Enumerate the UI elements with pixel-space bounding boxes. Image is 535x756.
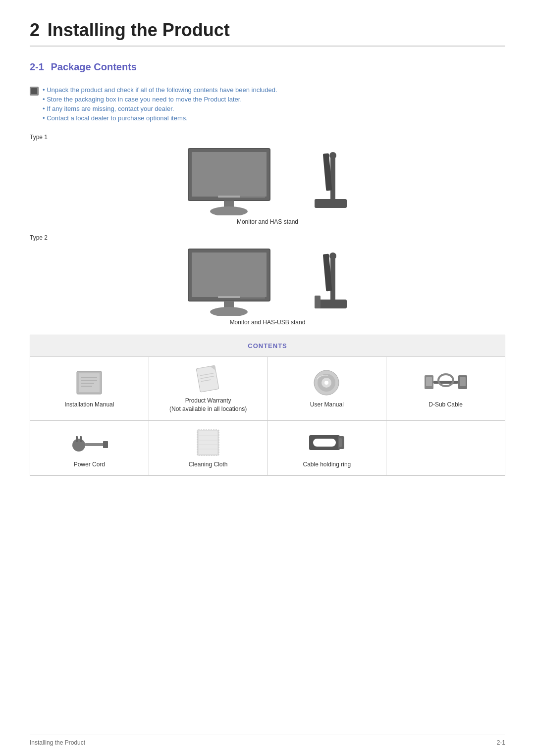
svg-rect-12 <box>218 296 240 298</box>
monitor-front-svg <box>181 146 275 215</box>
footer-right: 2-1 <box>497 739 505 746</box>
installation-manual-image <box>34 368 145 398</box>
svg-rect-18 <box>330 255 335 301</box>
page-footer: Installing the Product 2-1 <box>30 735 505 746</box>
note-sub1: Store the packaging box in case you need… <box>43 96 277 103</box>
product-warranty-label: Product Warranty (Not available in all l… <box>153 397 264 413</box>
svg-rect-54 <box>313 439 336 447</box>
svg-point-20 <box>329 252 336 259</box>
dsub-cable-cell: D-Sub Cable <box>386 357 505 421</box>
dsub-cable-icon <box>424 370 468 395</box>
cleaning-cloth-label: Cleaning Cloth <box>153 460 264 469</box>
contents-header: CONTENTS <box>30 335 505 357</box>
contents-images-row1: Installation Manual <box>30 357 505 421</box>
contents-table: CONTENTS <box>30 335 505 476</box>
chapter-title-section: 2 Installing the Product <box>30 20 505 47</box>
section-title-row: 2-1 Package Contents <box>30 61 505 76</box>
svg-rect-7 <box>330 154 335 200</box>
chapter-number: 2 <box>30 20 40 40</box>
svg-point-15 <box>210 307 248 316</box>
svg-rect-11 <box>192 252 267 297</box>
cable-ring-image <box>272 428 382 457</box>
cable-ring-cell: Cable holding ring <box>268 420 386 476</box>
svg-rect-46 <box>103 441 108 448</box>
note-main: Unpack the product and check if all of t… <box>43 86 277 94</box>
svg-rect-43 <box>76 436 78 442</box>
power-cord-cell: Power Cord <box>30 420 149 476</box>
svg-point-5 <box>210 206 248 215</box>
type1-monitor-row <box>30 145 505 215</box>
type1-stand-side <box>305 145 354 215</box>
product-warranty-cell: Product Warranty (Not available in all l… <box>149 357 268 421</box>
svg-rect-6 <box>315 199 347 208</box>
note-sub2: If any items are missing, contact your d… <box>43 105 277 112</box>
note-icon <box>30 87 39 96</box>
power-cord-label: Power Cord <box>34 460 145 469</box>
product-warranty-icon <box>196 365 220 393</box>
user-manual-image <box>272 368 382 398</box>
svg-rect-2 <box>218 196 240 198</box>
user-manual-cell: User Manual <box>268 357 386 421</box>
svg-rect-22 <box>79 373 100 392</box>
svg-rect-56 <box>339 438 342 447</box>
installation-manual-cell: Installation Manual <box>30 357 149 421</box>
footer-left: Installing the Product <box>30 739 85 746</box>
svg-rect-1 <box>192 152 267 197</box>
empty-image <box>390 432 501 461</box>
notes-block: Unpack the product and check if all of t… <box>30 86 505 124</box>
installation-manual-icon <box>74 370 104 395</box>
user-manual-label: User Manual <box>272 401 382 409</box>
section-number: 2-1 <box>30 61 44 72</box>
svg-rect-48 <box>199 431 217 454</box>
contents-images-row2: Power Cord <box>30 420 505 476</box>
svg-point-9 <box>329 152 336 159</box>
cleaning-cloth-cell: Cleaning Cloth <box>149 420 268 476</box>
note-sub3: Contact a local dealer to purchase optio… <box>43 114 277 122</box>
svg-rect-41 <box>460 377 466 386</box>
svg-rect-44 <box>80 436 82 442</box>
power-cord-icon <box>71 431 108 454</box>
type1-label: Type 1 <box>30 134 505 141</box>
section-title: Package Contents <box>51 61 137 72</box>
user-manual-icon <box>313 369 340 397</box>
svg-point-39 <box>438 374 453 386</box>
dsub-cable-image <box>390 368 501 398</box>
cleaning-cloth-image <box>153 428 264 457</box>
monitor2-front-svg <box>181 247 275 316</box>
svg-rect-38 <box>433 381 458 384</box>
type2-monitor-row <box>30 245 505 316</box>
power-cord-image <box>34 428 145 457</box>
stand-side-svg <box>305 145 354 214</box>
cable-ring-label: Cable holding ring <box>272 460 382 469</box>
product-warranty-image <box>153 364 264 394</box>
type2-monitor-front <box>181 247 275 316</box>
svg-rect-13 <box>240 297 265 299</box>
empty-cell <box>386 420 505 476</box>
type2-caption: Monitor and HAS-USB stand <box>30 319 505 326</box>
stand2-side-svg <box>305 245 354 314</box>
type1-caption: Monitor and HAS stand <box>30 218 505 225</box>
svg-rect-37 <box>426 377 432 386</box>
type2-stand-side <box>305 245 354 316</box>
notes-list: Unpack the product and check if all of t… <box>43 86 277 124</box>
svg-rect-45 <box>85 443 105 446</box>
svg-rect-27 <box>196 365 219 392</box>
svg-rect-3 <box>240 197 265 198</box>
type1-monitor-front <box>181 146 275 215</box>
chapter-title: Installing the Product <box>48 20 230 40</box>
svg-rect-17 <box>315 296 321 308</box>
svg-point-35 <box>324 381 328 385</box>
installation-manual-label: Installation Manual <box>34 401 145 409</box>
cleaning-cloth-icon <box>196 428 220 457</box>
cable-ring-icon <box>308 432 345 453</box>
dsub-cable-label: D-Sub Cable <box>390 401 501 409</box>
type2-label: Type 2 <box>30 234 505 241</box>
svg-point-42 <box>72 439 85 452</box>
